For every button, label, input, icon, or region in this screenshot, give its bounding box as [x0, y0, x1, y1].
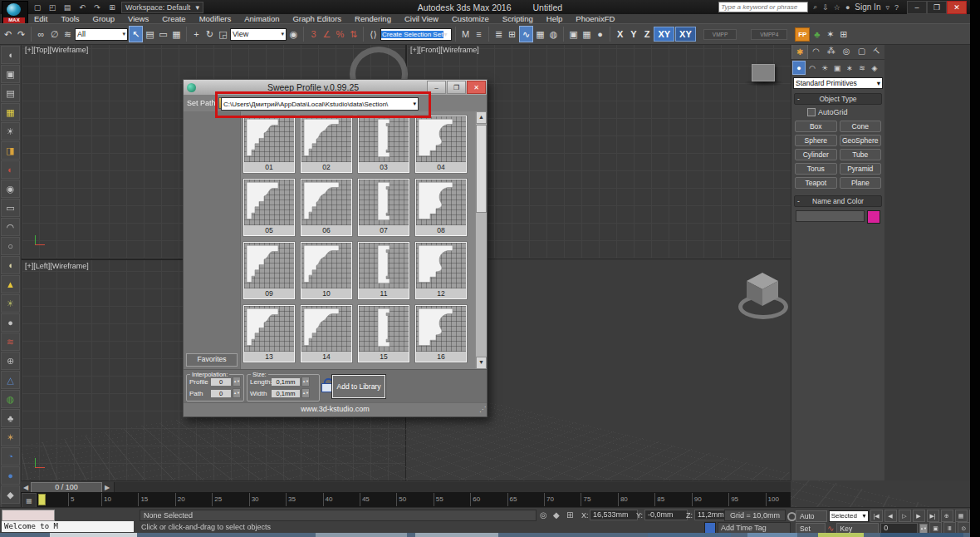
mini-curve-editor-icon[interactable]: ▦ [22, 493, 37, 508]
favorites-star-icon[interactable]: ☆ [834, 3, 840, 12]
time-tag-icon[interactable] [704, 522, 716, 534]
left-toolbar-icon[interactable]: ◠ [1, 218, 20, 236]
viewport-left-label[interactable]: [+][Left][Wireframe] [25, 262, 89, 270]
rendered-frame-icon[interactable]: ▦ [581, 27, 593, 42]
add-to-library-button[interactable]: Add to Library [331, 374, 386, 399]
left-toolbar-icon[interactable]: ▣ [1, 65, 20, 83]
left-toolbar-icon[interactable]: ⊕ [1, 352, 20, 370]
scroll-down-icon[interactable]: ▼ [476, 357, 487, 369]
select-and-rotate-icon[interactable]: ↻ [203, 27, 216, 42]
time-slider-right-arrow[interactable]: ▶ [102, 482, 112, 492]
nav-icon[interactable]: ⊕ [941, 510, 953, 522]
time-slider-left-arrow[interactable]: ◀ [21, 482, 31, 492]
tab-utilities[interactable]: T [870, 43, 884, 59]
primitive-button[interactable]: Torus [795, 163, 837, 175]
primitive-button[interactable]: Box [795, 121, 837, 132]
primitive-button[interactable]: Cylinder [795, 149, 837, 160]
tab-hierarchy[interactable]: ⁂ [824, 43, 839, 59]
scrollbar-thumb[interactable] [476, 125, 487, 213]
tab-display[interactable]: ▢ [854, 43, 869, 59]
reference-coordinate-dropdown[interactable]: View ▾ [230, 28, 287, 41]
primitive-category-dropdown[interactable]: Standard Primitives ▾ [793, 77, 883, 89]
left-toolbar-icon[interactable]: ◔ [1, 447, 20, 466]
scene-object-box[interactable] [752, 64, 775, 81]
left-toolbar-icon[interactable]: ○ [1, 237, 20, 255]
undo-icon[interactable]: ↶ [2, 27, 14, 42]
menu-item[interactable]: Tools [55, 14, 85, 23]
select-and-move-icon[interactable]: + [190, 27, 203, 42]
profile-tile[interactable]: 11 [358, 242, 409, 299]
primitive-button[interactable]: Tube [840, 149, 882, 160]
undo-icon[interactable]: ↶ [76, 2, 88, 12]
nav-icon[interactable]: ▦ [955, 510, 968, 522]
project-folder-icon[interactable]: ⊞ [106, 2, 118, 12]
viewport-nav-icon[interactable]: ▣ [929, 522, 942, 534]
object-name-input[interactable] [796, 210, 865, 222]
key-filters-button[interactable]: Key Filters... [836, 523, 880, 535]
tools-wrench-icon[interactable]: ✶ [824, 27, 836, 42]
vmpp-button[interactable]: VMPP [703, 29, 737, 40]
mirror-icon[interactable]: M [459, 27, 472, 42]
spinner-arrows[interactable]: ▲▼ [233, 377, 241, 387]
y-coord-field[interactable]: -0,0mm [644, 510, 688, 520]
systems-icon[interactable]: ◈ [869, 61, 880, 75]
render-setup-icon[interactable]: ▣ [567, 27, 580, 42]
isolate-selection-icon[interactable]: ◎ [540, 510, 547, 520]
percent-snap-icon[interactable]: % [334, 27, 346, 42]
spinner-snap-icon[interactable]: ⇅ [347, 27, 360, 42]
set-key-button[interactable]: Set Key [796, 523, 826, 535]
vmpp4-button[interactable]: VMPP4 [751, 29, 787, 40]
primitive-button[interactable]: GeoSphere [840, 135, 882, 146]
left-toolbar-icon[interactable]: ✶ [1, 428, 20, 446]
sign-in-link[interactable]: Sign In [855, 2, 880, 12]
search-icon[interactable]: ⌕ [813, 2, 817, 12]
viewport-nav-icon[interactable]: Ⅲ [943, 522, 956, 534]
website-link[interactable]: www.3d-kstudio.com [301, 405, 370, 413]
left-toolbar-icon[interactable]: ● [1, 313, 20, 332]
dialog-maximize-button[interactable]: ❐ [447, 81, 466, 94]
profile-tile[interactable]: 08 [415, 179, 467, 236]
auto-key-button[interactable]: Auto Key [796, 510, 827, 522]
playback-button[interactable]: ▶| [927, 510, 939, 522]
spinner-arrows[interactable]: ▲▼ [301, 377, 310, 387]
new-scene-icon[interactable]: ▢ [32, 2, 43, 12]
bind-to-spacewarp-icon[interactable]: ≋ [61, 27, 74, 42]
profile-tile[interactable]: 14 [301, 305, 352, 362]
snap-toggle-3d-icon[interactable]: 3 [307, 27, 320, 42]
axis-xy-button[interactable]: XY [654, 27, 674, 42]
time-slider-track[interactable] [114, 482, 791, 492]
shapes-icon[interactable]: ◠ [806, 61, 818, 75]
left-toolbar-icon[interactable]: ▲ [1, 275, 20, 293]
rectangular-selection-icon[interactable]: ▭ [157, 27, 169, 42]
left-toolbar-icon[interactable]: ◖ [1, 46, 20, 64]
forest-pack-icon[interactable]: ♣ [811, 27, 823, 42]
help-icon[interactable]: ? [894, 3, 899, 12]
download-icon[interactable]: ⇩ [822, 3, 829, 12]
select-by-name-icon[interactable]: ▤ [144, 27, 156, 42]
profile-scrollbar[interactable]: ▲ ▼ [475, 111, 487, 369]
phoenix-fd-button[interactable]: FP [795, 27, 810, 42]
cameras-icon[interactable]: ▣ [831, 61, 843, 75]
menu-item[interactable]: PhoenixFD [570, 14, 620, 23]
axis-x-button[interactable]: X [614, 27, 626, 41]
left-toolbar-icon[interactable]: ▤ [1, 84, 20, 102]
redo-icon[interactable]: ↷ [15, 27, 27, 42]
profile-tile[interactable]: 15 [358, 305, 409, 362]
left-toolbar-icon[interactable]: ▭ [1, 199, 20, 217]
tab-create[interactable]: ✱ [791, 43, 808, 59]
menu-item[interactable]: Civil View [399, 14, 444, 23]
primitive-button[interactable]: Plane [840, 177, 882, 189]
left-toolbar-icon[interactable]: ◍ [1, 390, 20, 408]
maxscript-listener-field[interactable]: Welcome to M [2, 521, 134, 532]
select-and-scale-icon[interactable]: ◲ [217, 27, 229, 42]
absolute-mode-icon[interactable]: ⊞ [566, 510, 573, 520]
profile-tile[interactable]: 09 [243, 242, 295, 299]
left-toolbar-icon[interactable]: ♣ [1, 409, 20, 427]
playback-button[interactable]: |◀ [870, 510, 883, 522]
redo-icon[interactable]: ↷ [91, 2, 103, 12]
left-toolbar-icon[interactable]: ◨ [1, 141, 20, 160]
playback-button[interactable]: ▷ [899, 510, 911, 522]
frame-spinner-arrows[interactable]: ▲▼ [919, 524, 928, 534]
spinner-arrows[interactable]: ▲▼ [301, 388, 310, 398]
left-toolbar-icon[interactable]: ▦ [1, 103, 20, 121]
